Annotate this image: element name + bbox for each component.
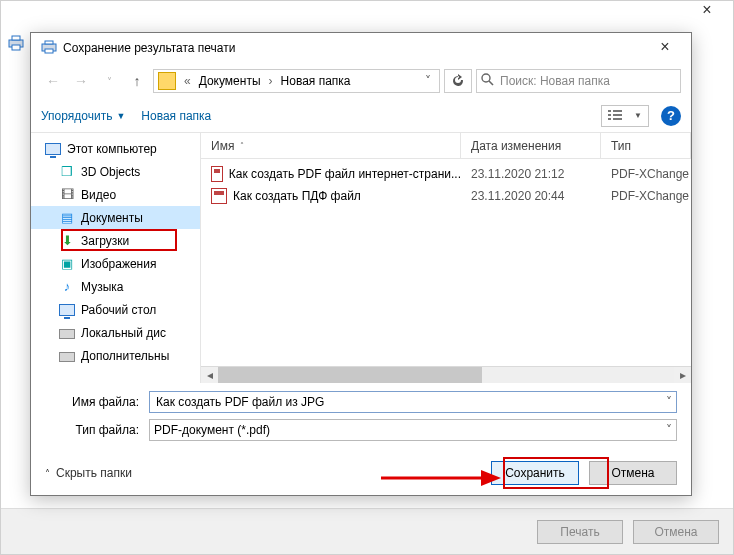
- chevron-down-icon[interactable]: ˅: [660, 423, 672, 437]
- nav-tree: Этот компьютер ❒ 3D Objects 🎞 Видео ▤ До…: [31, 133, 201, 383]
- horizontal-scrollbar[interactable]: ◂ ▸: [201, 366, 691, 383]
- svg-rect-1: [12, 36, 20, 40]
- forward-button[interactable]: →: [69, 69, 93, 93]
- music-icon: ♪: [59, 279, 75, 295]
- nav-item-label: Видео: [81, 188, 116, 202]
- scroll-thumb[interactable]: [218, 367, 482, 383]
- parent-print-button[interactable]: Печать: [537, 520, 623, 544]
- refresh-button[interactable]: [444, 69, 472, 93]
- pdf-file-icon: [211, 166, 223, 182]
- chevron-down-icon: ▼: [634, 111, 642, 120]
- svg-rect-8: [608, 110, 611, 112]
- file-list[interactable]: Как создать PDF файл интернет-страни... …: [201, 159, 691, 366]
- parent-close-button[interactable]: ×: [687, 1, 727, 25]
- file-row[interactable]: Как создать PDF файл интернет-страни... …: [201, 163, 691, 185]
- breadcrumb-sep: «: [182, 74, 193, 88]
- address-bar: ← → ˅ ↑ « Документы › Новая папка ˅ Поис…: [31, 63, 691, 99]
- svg-rect-10: [608, 114, 611, 116]
- chevron-down-icon[interactable]: ˅: [660, 395, 672, 409]
- nav-item-desktop[interactable]: Рабочий стол: [31, 298, 200, 321]
- file-date: 23.11.2020 20:44: [461, 189, 601, 203]
- file-date: 23.11.2020 21:12: [461, 167, 601, 181]
- svg-line-7: [489, 81, 493, 85]
- close-button[interactable]: ×: [645, 34, 685, 62]
- scroll-left-button[interactable]: ◂: [201, 367, 218, 384]
- nav-item-label: Рабочий стол: [81, 303, 156, 317]
- scroll-right-button[interactable]: ▸: [674, 367, 691, 384]
- back-button[interactable]: ←: [41, 69, 65, 93]
- nav-item-label: Музыка: [81, 280, 123, 294]
- col-date[interactable]: Дата изменения: [461, 133, 601, 158]
- new-folder-button[interactable]: Новая папка: [141, 109, 211, 123]
- recent-dropdown[interactable]: ˅: [97, 69, 121, 93]
- nav-item-label: Документы: [81, 211, 143, 225]
- parent-cancel-button[interactable]: Отмена: [633, 520, 719, 544]
- filename-label: Имя файла:: [45, 395, 149, 409]
- nav-item-localdisk[interactable]: Локальный дис: [31, 321, 200, 344]
- filetype-value: PDF-документ (*.pdf): [154, 423, 270, 437]
- svg-rect-9: [613, 110, 622, 112]
- titlebar: Сохранение результата печати ×: [31, 33, 691, 63]
- nav-item-label: 3D Objects: [81, 165, 140, 179]
- nav-item-extradisk[interactable]: Дополнительны: [31, 344, 200, 367]
- filetype-field[interactable]: PDF-документ (*.pdf) ˅: [149, 419, 677, 441]
- organize-label: Упорядочить: [41, 109, 112, 123]
- nav-root-this-pc[interactable]: Этот компьютер: [31, 137, 200, 160]
- toolbar: Упорядочить ▼ Новая папка ▼ ?: [31, 99, 691, 133]
- svg-point-6: [482, 74, 490, 82]
- view-mode-button[interactable]: ▼: [601, 105, 649, 127]
- nav-item-video[interactable]: 🎞 Видео: [31, 183, 200, 206]
- svg-rect-13: [613, 118, 622, 120]
- breadcrumb-drop[interactable]: ˅: [419, 74, 437, 88]
- nav-item-3dobjects[interactable]: ❒ 3D Objects: [31, 160, 200, 183]
- svg-rect-12: [608, 118, 611, 120]
- col-name[interactable]: Имя ˄: [201, 133, 461, 158]
- filename-input[interactable]: [154, 394, 660, 410]
- up-button[interactable]: ↑: [125, 69, 149, 93]
- filename-field[interactable]: ˅: [149, 391, 677, 413]
- help-button[interactable]: ?: [661, 106, 681, 126]
- dialog-icon: [41, 40, 57, 57]
- folder-icon: [158, 72, 176, 90]
- save-button[interactable]: Сохранить: [491, 461, 579, 485]
- search-icon: [481, 73, 494, 89]
- breadcrumb[interactable]: « Документы › Новая папка ˅: [153, 69, 440, 93]
- chevron-down-icon: ▼: [116, 111, 125, 121]
- drive-icon: [59, 325, 75, 341]
- parent-footer: Печать Отмена: [1, 508, 733, 554]
- drive-icon: [59, 348, 75, 364]
- nav-root-label: Этот компьютер: [67, 142, 157, 156]
- dialog-footer: ˄ Скрыть папки Сохранить Отмена: [31, 451, 691, 495]
- printer-icon: [7, 35, 25, 56]
- col-type[interactable]: Тип: [601, 133, 691, 158]
- chevron-up-icon: ˄: [45, 468, 50, 479]
- dialog-title: Сохранение результата печати: [63, 41, 645, 55]
- sort-indicator-icon: ˄: [240, 141, 244, 150]
- image-icon: ▣: [59, 256, 75, 272]
- file-row[interactable]: Как создать ПДФ файл 23.11.2020 20:44 PD…: [201, 185, 691, 207]
- nav-item-music[interactable]: ♪ Музыка: [31, 275, 200, 298]
- film-icon: 🎞: [59, 187, 75, 203]
- breadcrumb-level2[interactable]: Новая папка: [279, 74, 353, 88]
- nav-item-pictures[interactable]: ▣ Изображения: [31, 252, 200, 275]
- file-name: Как создать PDF файл интернет-страни...: [229, 167, 461, 181]
- file-type: PDF-XChange V: [601, 167, 691, 181]
- col-type-label: Тип: [611, 139, 631, 153]
- save-dialog: Сохранение результата печати × ← → ˅ ↑ «…: [30, 32, 692, 496]
- col-name-label: Имя: [211, 139, 234, 153]
- nav-item-label: Изображения: [81, 257, 156, 271]
- pc-icon: [45, 141, 61, 157]
- svg-rect-11: [613, 114, 622, 116]
- search-input[interactable]: Поиск: Новая папка: [476, 69, 681, 93]
- nav-item-documents[interactable]: ▤ Документы: [31, 206, 200, 229]
- filetype-label: Тип файла:: [45, 423, 149, 437]
- organize-menu[interactable]: Упорядочить ▼: [41, 109, 125, 123]
- svg-rect-2: [12, 45, 20, 50]
- column-headers: Имя ˄ Дата изменения Тип: [201, 133, 691, 159]
- cube-icon: ❒: [59, 164, 75, 180]
- hide-folders-toggle[interactable]: ˄ Скрыть папки: [45, 466, 132, 480]
- annotation-highlight-nav: [61, 229, 177, 251]
- breadcrumb-level1[interactable]: Документы: [197, 74, 263, 88]
- cancel-button[interactable]: Отмена: [589, 461, 677, 485]
- search-placeholder: Поиск: Новая папка: [500, 74, 610, 88]
